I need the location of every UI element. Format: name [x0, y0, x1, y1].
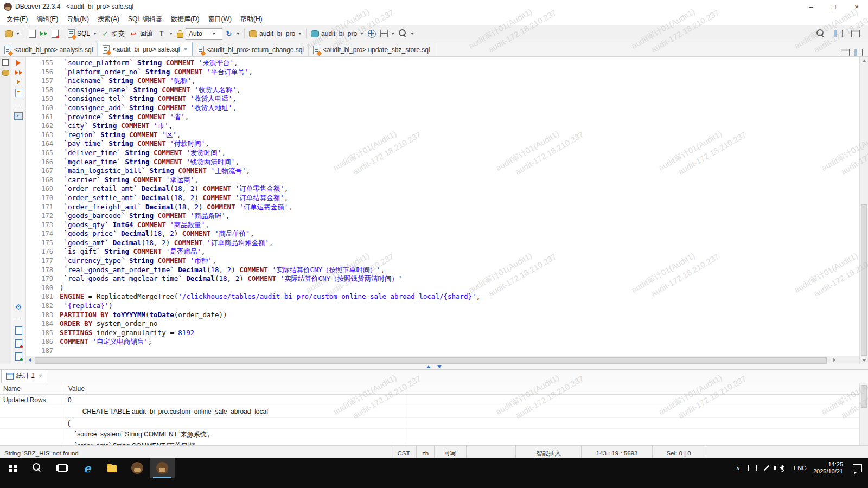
tray-volume-button[interactable] [773, 458, 790, 478]
code-line[interactable]: 181ENGINE = ReplicatedMergeTree('/clickh… [26, 292, 859, 301]
code-line[interactable]: 155 `source_platform` String COMMENT '来源… [26, 59, 859, 68]
tab-analysis-sql[interactable]: <audit_bi_pro> analysis.sql [0, 43, 98, 56]
code-line[interactable]: 166 `mgclear_time` String COMMENT '钱货两清时… [26, 158, 859, 167]
scroll-right-icon[interactable] [830, 356, 838, 364]
code-line[interactable]: 168 `carrier` String COMMENT '承运商', [26, 176, 859, 185]
sql-editor[interactable]: 155 `source_platform` String COMMENT '来源… [26, 57, 859, 364]
history-button[interactable]: ↻ [222, 28, 242, 39]
internet-explorer-button[interactable]: e [75, 458, 100, 478]
grid-options-button[interactable] [378, 29, 397, 38]
tray-display-button[interactable] [745, 458, 760, 478]
code-line[interactable]: 175 `goods_amt` Decimal(18, 2) COMMENT '… [26, 239, 859, 248]
execute-statement-icon[interactable] [16, 60, 21, 66]
tray-pen-button[interactable] [760, 458, 773, 478]
tab-close-icon[interactable]: × [183, 46, 188, 53]
restore-view-icon[interactable] [2, 59, 9, 66]
table-row[interactable]: Updated Rows0 [0, 395, 868, 406]
txn-mode-select[interactable]: Auto [186, 28, 222, 40]
run-button[interactable] [38, 30, 49, 37]
code-line[interactable]: 159 `consignee_tel` String COMMENT '收货人电… [26, 94, 859, 104]
execute-script-icon[interactable] [15, 70, 22, 75]
transaction-log-button[interactable]: T [155, 28, 175, 39]
code-line[interactable]: 180) [26, 284, 859, 293]
menu-item-navigate[interactable]: 导航(N) [62, 14, 93, 25]
tab-update-sbz-store-sql[interactable]: <audit_bi_pro> update_sbz_store.sql [309, 43, 435, 56]
tab-sale-sql[interactable]: <audit_bi_pro> sale.sql × [98, 42, 192, 56]
connection-select[interactable]: audit_bi_pro [247, 29, 304, 38]
action-center-button[interactable] [846, 458, 868, 478]
menu-item-file[interactable]: 文件(F) [2, 14, 32, 25]
toggle-views-button[interactable] [832, 29, 845, 38]
menu-item-search[interactable]: 搜索(A) [93, 14, 124, 25]
save-file-icon[interactable] [15, 339, 22, 348]
dbeaver-taskbar-button[interactable] [125, 458, 150, 478]
code-line[interactable]: 167 `main_logistic_bill` String COMMENT … [26, 166, 859, 176]
code-line[interactable]: 186COMMENT '自定义电商销售'; [26, 337, 859, 346]
minimize-panel-icon[interactable] [841, 49, 850, 56]
column-header-value[interactable]: Value [65, 383, 404, 394]
refresh-file-icon[interactable] [15, 352, 22, 361]
menu-item-database[interactable]: 数据库(D) [167, 14, 204, 25]
scroll-down-icon[interactable] [860, 356, 868, 364]
taskbar-search-button[interactable] [25, 458, 50, 478]
rollback-button[interactable]: ↩ 回滚 [127, 28, 155, 40]
code-line[interactable]: 170 `order_settle_amt` Decimal(18, 2) CO… [26, 194, 859, 203]
code-line[interactable]: 156 `platform_order_no` String COMMENT '… [26, 68, 859, 77]
taskbar-clock[interactable]: 14:25 2025/10/21 [810, 461, 846, 475]
sash-up-icon[interactable] [426, 365, 431, 368]
code-line[interactable]: 172 `goods_barcode` String COMMENT '商品条码… [26, 211, 859, 221]
dbeaver-active-taskbar-button[interactable] [150, 458, 175, 478]
column-header-name[interactable]: Name [0, 383, 65, 394]
network-button[interactable] [366, 29, 378, 39]
code-line[interactable]: 174 `goods_price` Decimal(18, 2) COMMENT… [26, 229, 859, 239]
vertical-scrollbar[interactable] [859, 57, 868, 364]
code-line[interactable]: 169 `order_retail_amt` Decimal(18, 2) CO… [26, 184, 859, 194]
code-line[interactable]: 158 `consignee_name` String COMMENT '收货人… [26, 86, 859, 95]
horizontal-scrollbar[interactable] [26, 356, 859, 364]
menu-item-edit[interactable]: 编辑(E) [32, 14, 62, 25]
scroll-left-icon[interactable] [26, 356, 34, 364]
hscroll-thumb[interactable] [35, 357, 827, 364]
code-line[interactable]: 173 `goods_qty` Int64 COMMENT '商品数量', [26, 221, 859, 230]
menu-item-help[interactable]: 帮助(H) [236, 14, 267, 25]
file-explorer-button[interactable] [100, 458, 125, 478]
maximize-editor-button[interactable] [849, 29, 862, 38]
tab-statistics[interactable]: 统计 1 × [1, 370, 47, 383]
start-button[interactable] [0, 458, 25, 478]
database-navigator-icon[interactable] [2, 70, 9, 76]
execute-new-tab-icon[interactable] [17, 80, 20, 84]
language-indicator[interactable]: ENG [790, 458, 810, 478]
code-line[interactable]: 164 `pay_time` String COMMENT '付款时间', [26, 139, 859, 149]
new-connection-button[interactable] [3, 29, 22, 38]
scroll-up-icon[interactable] [860, 57, 868, 65]
commit-button[interactable]: ✓ 提交 [99, 28, 127, 40]
maximize-panel-icon[interactable] [854, 49, 863, 56]
console-icon[interactable]: >_ [14, 112, 23, 120]
gear-icon[interactable]: ⚙ [15, 303, 22, 311]
maximize-button[interactable]: □ [822, 0, 845, 13]
stop-button[interactable] [49, 29, 61, 39]
minimize-button[interactable]: – [800, 0, 822, 13]
open-file-icon[interactable] [15, 326, 22, 335]
code-line[interactable]: 183PARTITION BY toYYYYMM(toDate(order_da… [26, 311, 859, 320]
code-line[interactable]: 163 `region` String COMMENT '区', [26, 131, 859, 140]
code-line[interactable]: 171 `order_freight_amt` Decimal(18, 2) C… [26, 203, 859, 212]
save-button[interactable] [27, 29, 38, 39]
lock-button[interactable] [175, 29, 186, 39]
menu-item-window[interactable]: 窗口(W) [204, 14, 236, 25]
code-line[interactable]: 162 `city` String COMMENT '市', [26, 121, 859, 131]
table-row[interactable]: CREATE TABLE audit_bi_pro.custom_online_… [0, 406, 868, 418]
code-line[interactable]: 176 `is_gift` String COMMENT '是否赠品', [26, 247, 859, 256]
filter-button[interactable] [397, 28, 416, 39]
code-line[interactable]: 179 `real_goods_amt_mgclear_time` Decima… [26, 274, 859, 284]
close-button[interactable]: × [845, 0, 868, 13]
panel-scrollbar[interactable] [859, 383, 868, 445]
panel-tab-close-icon[interactable]: × [37, 373, 42, 380]
code-line[interactable]: 177 `currency_type` String COMMENT '币种', [26, 256, 859, 266]
code-line[interactable]: 187 [26, 346, 859, 356]
search-button[interactable] [814, 28, 827, 39]
explain-plan-icon[interactable] [15, 89, 22, 97]
code-line[interactable]: 160 `consignee_add` String COMMENT '收货人地… [26, 104, 859, 113]
vscroll-thumb[interactable] [861, 204, 867, 356]
task-view-button[interactable] [50, 458, 75, 478]
